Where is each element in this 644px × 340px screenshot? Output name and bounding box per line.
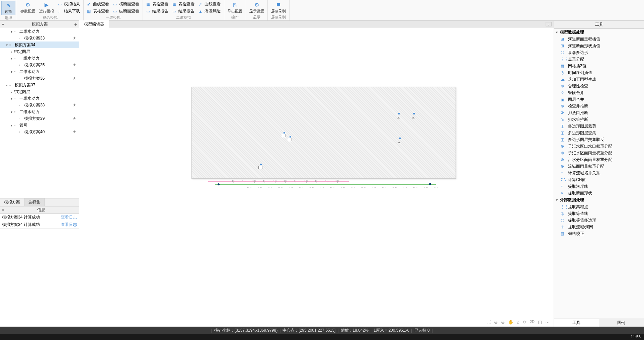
canvas-node[interactable]: [258, 164, 263, 168]
tool-basin-rain[interactable]: ⊕流域面雨量权重分配: [554, 163, 644, 170]
node-bind-layer-34[interactable]: ▸绑定图层: [0, 48, 79, 55]
mesh-grid[interactable]: [191, 87, 456, 179]
curve-view-2d[interactable]: ⤢曲线查看: [196, 1, 223, 8]
collapse-arrow-icon[interactable]: ▾: [2, 22, 4, 27]
zoom-out-icon[interactable]: ⊖: [494, 320, 498, 325]
tool-extract-contour-poly[interactable]: ◎提取等值多边形: [554, 217, 644, 224]
tool-validity-check[interactable]: ⊕合理性检查: [554, 83, 644, 89]
tree-expander-icon[interactable]: ▸: [11, 90, 14, 94]
long-section-view[interactable]: ▭纵断面查看: [111, 8, 141, 15]
screen-record[interactable]: ⏺屏幕录制: [269, 1, 288, 14]
node-scheme-36[interactable]: ▫模拟方案36★: [0, 75, 79, 82]
tree-expander-icon[interactable]: ▾: [11, 57, 14, 60]
tool-poly-diff[interactable]: ◫多边形图层交集取反: [554, 136, 644, 143]
node-pipe-37[interactable]: ▾▫管网: [0, 122, 79, 129]
tool-catchment-rain[interactable]: ⊕汇水分区面雨量权重分配: [554, 156, 644, 163]
tool-pipe-merge[interactable]: ⊹管段合并: [554, 89, 644, 96]
canvas-node[interactable]: [282, 132, 287, 137]
table-view-1d[interactable]: ▦表格查看: [85, 8, 111, 15]
node-scheme-40[interactable]: ▫模拟方案40★: [0, 129, 79, 135]
refresh-icon[interactable]: ⟳: [523, 320, 527, 325]
node-2d-hydro-1[interactable]: ▾▫二维水动力: [0, 28, 79, 35]
canvas-node[interactable]: ☁: [411, 113, 416, 117]
editor-dropdown-icon[interactable]: ⌄: [546, 22, 552, 26]
curve-view-1d[interactable]: ⤢曲线查看: [85, 1, 111, 8]
view-log-link[interactable]: 查看日志: [61, 215, 77, 220]
pan-icon[interactable]: ✋: [508, 320, 513, 325]
star-icon[interactable]: ★: [73, 130, 76, 134]
tool-layer-merge[interactable]: ▣图层合并: [554, 96, 644, 103]
collapse-arrow-icon[interactable]: ▾: [2, 208, 4, 212]
canvas-node[interactable]: [288, 136, 293, 141]
table-view-2d[interactable]: ▦表格查看: [144, 1, 170, 8]
tree-expander-icon[interactable]: ▾: [11, 97, 14, 100]
node-1d-hydro-34[interactable]: ▾▫一维水动力: [0, 55, 79, 62]
tree-expander-icon[interactable]: ▾: [11, 110, 14, 114]
scheme-tree[interactable]: ▾▫二维水动力▫模拟方案33★▾▫模拟方案34▸绑定图层▾▫一维水动力▫模拟方案…: [0, 28, 79, 198]
tools-group-header[interactable]: ▾模型数据处理: [554, 29, 644, 36]
left-tab[interactable]: 模拟方案: [0, 198, 24, 206]
tool-subcatch-rain[interactable]: ⊕子汇水区面雨量权重分配: [554, 150, 644, 156]
node-1d-hydro-37[interactable]: ▾▫一维水动力: [0, 95, 79, 102]
layout-icon[interactable]: ◫: [538, 320, 542, 325]
tool-mileage-interp[interactable]: ⊞河道断面里程插值: [554, 36, 644, 42]
view-log-link[interactable]: 查看日志: [61, 222, 77, 228]
tool-extract-contour[interactable]: ◎提取等值线: [554, 210, 644, 217]
left-tab[interactable]: 选择集: [24, 198, 45, 206]
param-config[interactable]: ⚙参数配置: [18, 1, 37, 14]
fit-extent-icon[interactable]: ⛶: [486, 320, 491, 325]
tree-expander-icon[interactable]: ▾: [11, 30, 14, 33]
tool-raster-correct[interactable]: ▦栅格校正: [554, 230, 644, 237]
canvas-node[interactable]: ☁: [397, 138, 402, 142]
star-icon[interactable]: ★: [73, 116, 76, 121]
result-report-2d-b[interactable]: ▭结果报告: [170, 8, 196, 15]
tool-manhole-infer[interactable]: ⊕检查井推断: [554, 103, 644, 109]
tree-expander-icon[interactable]: ▾: [6, 83, 9, 87]
tool-timeseries[interactable]: ◷时间序列插值: [554, 69, 644, 76]
tree-expander-icon[interactable]: ▸: [11, 50, 14, 54]
home-icon[interactable]: ⌂: [517, 320, 519, 325]
node-2d-hydro-37[interactable]: ▾▫二维水动力: [0, 108, 79, 115]
tree-expander-icon[interactable]: ▾: [6, 43, 9, 47]
run-simulation[interactable]: ▶运行模拟: [37, 1, 56, 14]
tools-group-header[interactable]: ▾外部数据处理: [554, 196, 644, 203]
tool-poly-intersect[interactable]: ◫多边形图层交集: [554, 130, 644, 136]
view-2d-icon[interactable]: 2D: [530, 320, 535, 325]
tool-subcatch-outlet[interactable]: ⊕子汇水区出水口权重分配: [554, 143, 644, 150]
node-2d-hydro-34[interactable]: ▾▫二维水动力: [0, 68, 79, 75]
tool-cn[interactable]: CN计算CN值: [554, 176, 644, 183]
zoom-in-icon[interactable]: ⊕: [501, 320, 505, 325]
node-scheme-34[interactable]: ▾▫模拟方案34: [0, 41, 79, 48]
tool-extract-section[interactable]: ≈提取断面形状: [554, 190, 644, 196]
export-config[interactable]: ⇱导出配置: [226, 1, 244, 14]
model-canvas[interactable]: ☁ ☁ ☁ 1|↓1|↓1|↓1|↓1|↓1|↓1|↓1|↓1|↓1|↓1|↓⌄…: [79, 28, 554, 327]
flood-risk[interactable]: ▲淹没风险: [196, 8, 223, 15]
sim-results[interactable]: ▭模拟结果: [56, 1, 82, 8]
tool-thiessen[interactable]: ⬡泰森多边形: [554, 49, 644, 56]
tool-poly-clip[interactable]: ◫多边形图层裁剪: [554, 123, 644, 130]
tool-shape-interp[interactable]: ⊞河道断面形状插值: [554, 42, 644, 49]
star-icon[interactable]: ★: [73, 103, 76, 107]
node-scheme-39[interactable]: ▫模拟方案39★: [0, 115, 79, 122]
tool-extract-elev[interactable]: ⋮⋮提取高程点: [554, 203, 644, 210]
canvas-node[interactable]: ☁: [397, 113, 401, 117]
download-results[interactable]: ↓结果下载: [56, 8, 82, 15]
tool-extract-bank[interactable]: ≈提取河岸线: [554, 183, 644, 190]
right-tab[interactable]: 图例: [599, 319, 644, 327]
tool-chicago-rain[interactable]: ☁芝加哥雨型生成: [554, 76, 644, 83]
tool-grid-z[interactable]: ▦网格插Z值: [554, 63, 644, 69]
tool-outfall-infer[interactable]: ⟳排放口推断: [554, 109, 644, 116]
node-scheme-37[interactable]: ▾▫模拟方案37: [0, 82, 79, 88]
star-icon[interactable]: ★: [73, 36, 76, 40]
node-bind-layer-37[interactable]: ▸绑定图层: [0, 88, 79, 95]
table-view-2d-b[interactable]: ▦表格查看: [170, 1, 196, 8]
tree-expander-icon[interactable]: ▾: [11, 123, 14, 127]
add-scheme-icon[interactable]: +: [74, 22, 77, 27]
node-scheme-35[interactable]: ▫模拟方案35★: [0, 62, 79, 68]
cross-section-view[interactable]: ▭横断面查看: [111, 1, 141, 8]
more-icon[interactable]: ⋯: [545, 320, 550, 325]
tool-drain-infer[interactable]: ↘排水管推断: [554, 116, 644, 123]
star-icon[interactable]: ★: [73, 63, 76, 67]
tool-extract-basin[interactable]: ⊹提取流域/河网: [554, 224, 644, 230]
tree-expander-icon[interactable]: ▾: [11, 70, 14, 74]
